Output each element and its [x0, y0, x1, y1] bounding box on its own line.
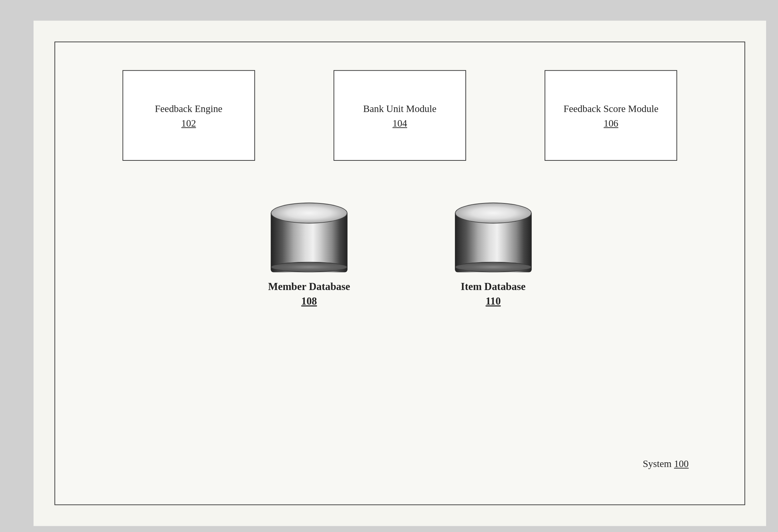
feedback-engine-number: 102 [181, 118, 196, 129]
member-database-item: Member Database 108 [268, 203, 350, 309]
system-number: 100 [674, 459, 688, 469]
member-database-top [271, 203, 348, 224]
item-database-top [455, 203, 531, 224]
member-database-number: 108 [301, 295, 317, 307]
bank-unit-module-label: Bank Unit Module [363, 102, 436, 115]
item-database-cylinder [455, 203, 531, 272]
system-label: System 100 [643, 459, 688, 470]
feedback-engine-label: Feedback Engine [155, 102, 222, 115]
feedback-score-module-number: 106 [604, 118, 618, 129]
bank-unit-module-box: Bank Unit Module 104 [333, 70, 466, 161]
bank-unit-module-number: 104 [392, 118, 407, 129]
member-database-cylinder [271, 203, 348, 272]
databases-row: Member Database 108 Item Database 110 [55, 203, 744, 309]
feedback-engine-box: Feedback Engine 102 [122, 70, 255, 161]
item-database-label: Item Database 110 [461, 279, 525, 309]
item-database-bottom [455, 262, 531, 272]
page: Feedback Engine 102 Bank Unit Module 104… [34, 21, 766, 526]
item-database-item: Item Database 110 [455, 203, 531, 309]
feedback-score-module-label: Feedback Score Module [563, 102, 658, 115]
member-database-bottom [271, 262, 348, 272]
member-database-label: Member Database 108 [268, 279, 350, 309]
modules-row: Feedback Engine 102 Bank Unit Module 104… [83, 70, 716, 161]
diagram-border: Feedback Engine 102 Bank Unit Module 104… [54, 42, 745, 505]
feedback-score-module-box: Feedback Score Module 106 [545, 70, 677, 161]
item-database-number: 110 [485, 295, 501, 307]
